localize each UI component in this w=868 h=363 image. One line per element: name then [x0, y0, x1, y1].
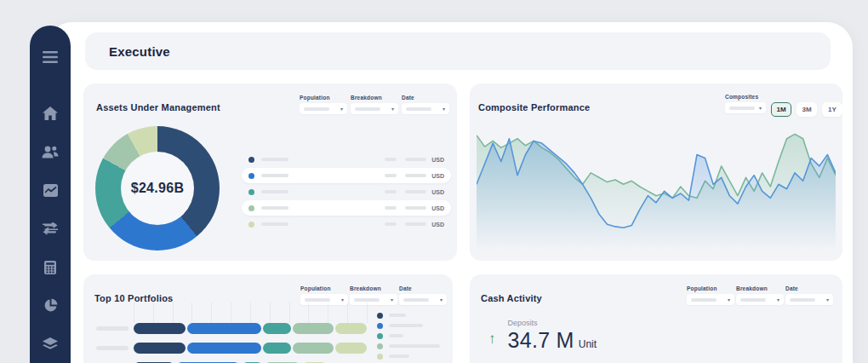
population-select[interactable]: ▾ — [300, 103, 347, 114]
axis-tick — [270, 302, 271, 323]
chevron-down-icon: ▾ — [341, 297, 344, 302]
legend-dot-icon — [248, 173, 254, 179]
select-value-placeholder — [304, 107, 329, 111]
panel-title: Composite Performance — [478, 102, 590, 112]
panel-assets-under-management: Assets Under Management Population ▾ Bre… — [83, 84, 457, 261]
panel-cash-activity: Cash Activity Population ▾ Breakdown ▾ D… — [470, 274, 842, 363]
breakdown-select[interactable]: ▾ — [736, 294, 784, 305]
chevron-down-icon: ▾ — [391, 297, 393, 302]
axis-tick — [173, 302, 174, 323]
chevron-down-icon: ▾ — [777, 297, 779, 302]
currency-code: USD — [431, 173, 444, 179]
legend-item[interactable] — [377, 351, 440, 361]
sidebar-item-home[interactable] — [30, 95, 71, 133]
performance-chart-icon — [43, 184, 58, 197]
composites-select[interactable]: ▾ — [725, 102, 766, 113]
legend-dot-icon — [377, 313, 383, 319]
redacted-label-bar — [389, 314, 406, 317]
bar-segment — [187, 323, 261, 334]
date-select[interactable]: ▾ — [399, 294, 447, 305]
sidebar-item-performance[interactable] — [30, 171, 71, 210]
range-toggle: 1M 3M 1Y — [771, 102, 842, 117]
sidebar-item-allocation[interactable] — [30, 286, 71, 325]
select-value-placeholder — [790, 298, 815, 302]
aum-legend-row[interactable]: USD — [242, 152, 451, 167]
page-title: Executive — [109, 44, 170, 59]
legend-item[interactable] — [377, 341, 440, 351]
axis-tick — [211, 302, 212, 323]
filter-label: Population — [300, 95, 347, 101]
layers-icon — [43, 337, 58, 351]
portfolio-bar-row[interactable] — [96, 343, 368, 354]
legend-item[interactable] — [377, 320, 440, 331]
axis-tick — [289, 302, 290, 323]
portfolio-bars — [96, 323, 368, 363]
filter-breakdown: Breakdown ▾ — [736, 285, 784, 305]
bar-segment — [263, 323, 291, 334]
aum-legend-row[interactable]: USD — [242, 168, 451, 183]
chevron-down-icon: ▾ — [440, 297, 443, 302]
filter-date: Date ▾ — [402, 95, 449, 114]
bar-segment — [335, 343, 367, 354]
aum-donut-chart[interactable]: $24.96B — [95, 126, 220, 251]
legend-dot-icon — [377, 354, 383, 360]
redacted-value-bar — [405, 174, 426, 177]
redacted-value-bar — [385, 206, 397, 210]
sidebar-item-transfers[interactable] — [30, 210, 71, 248]
panel-title: Assets Under Management — [96, 102, 220, 112]
redacted-label-bar — [261, 190, 288, 194]
panel-composite-performance: Composite Performance Composites ▾ 1M 3M… — [470, 84, 842, 261]
date-select[interactable]: ▾ — [785, 294, 833, 305]
currency-code: USD — [431, 157, 444, 163]
deposits-unit: Unit — [579, 338, 597, 350]
breakdown-select[interactable]: ▾ — [351, 103, 398, 114]
redacted-label-bar — [389, 334, 403, 337]
range-button-1y[interactable]: 1Y — [822, 102, 842, 117]
portfolio-bar-row[interactable] — [96, 323, 368, 334]
redacted-label-bar — [261, 206, 288, 210]
legend-item[interactable] — [377, 331, 440, 341]
sidebar-item-calculator[interactable] — [30, 248, 71, 286]
population-select[interactable]: ▾ — [687, 294, 734, 305]
home-icon — [43, 107, 58, 121]
bar-track — [134, 343, 368, 354]
axis-tick — [250, 302, 251, 323]
redacted-value-bar — [385, 158, 397, 161]
range-button-3m[interactable]: 3M — [797, 102, 817, 117]
filter-date: Date ▾ — [785, 285, 833, 305]
aum-legend: USDUSDUSDUSDUSD — [242, 152, 451, 233]
sidebar-item-menu[interactable] — [30, 37, 71, 76]
axis-tick — [134, 302, 134, 323]
filter-label: Composites — [725, 94, 766, 100]
composite-performance-chart[interactable] — [477, 121, 836, 251]
redacted-value-bar — [405, 158, 426, 161]
select-value-placeholder — [355, 107, 380, 111]
filter-label: Date — [402, 95, 449, 101]
date-select[interactable]: ▾ — [402, 103, 449, 114]
filter-label: Breakdown — [351, 95, 398, 101]
bar-track — [134, 323, 368, 334]
sidebar — [30, 26, 71, 363]
sidebar-item-layers[interactable] — [30, 325, 71, 363]
aum-legend-row[interactable]: USD — [242, 200, 451, 216]
axis-tick — [153, 302, 154, 323]
legend-item[interactable] — [377, 310, 440, 320]
range-button-1m[interactable]: 1M — [771, 102, 791, 117]
redacted-value-bar — [385, 222, 397, 226]
redacted-label-bar — [389, 344, 440, 348]
select-value-placeholder — [406, 107, 431, 111]
deposits-metric: ↑ Deposits 34.7 M Unit — [488, 319, 597, 351]
bar-segment — [335, 323, 367, 334]
filter-label: Breakdown — [736, 285, 784, 291]
redacted-row-label-bar — [96, 326, 128, 331]
select-value-placeholder — [691, 298, 717, 302]
legend-dot-icon — [248, 189, 254, 195]
filter-label: Breakdown — [350, 285, 397, 291]
bar-segment — [263, 343, 291, 354]
panel-top-10-portfolios: Top 10 Portfolios Population ▾ Breakdown… — [83, 274, 453, 363]
aum-legend-row[interactable]: USD — [242, 184, 451, 199]
deposits-label: Deposits — [508, 319, 597, 327]
aum-legend-row[interactable]: USD — [242, 216, 451, 232]
sidebar-item-clients[interactable] — [30, 133, 71, 171]
chevron-down-icon: ▾ — [826, 297, 829, 302]
